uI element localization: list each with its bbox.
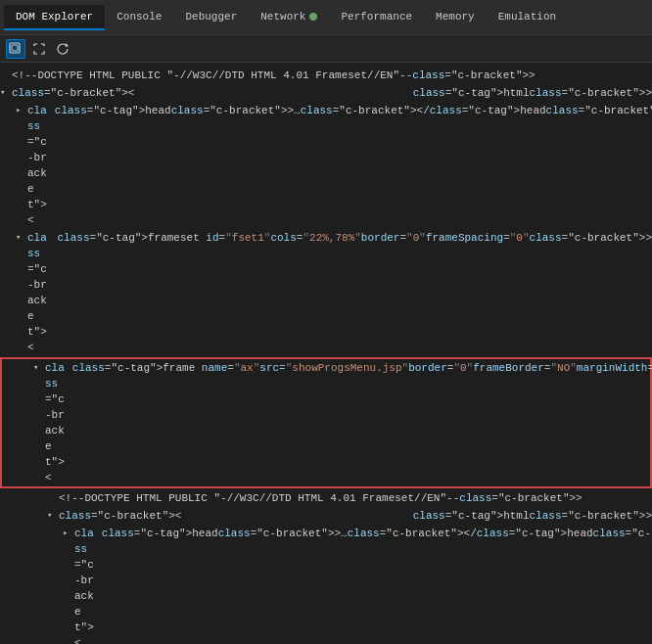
screenshot-button[interactable] <box>29 39 49 59</box>
tab-emulation[interactable]: Emulation <box>487 5 568 30</box>
tree-line[interactable]: <!--DOCTYPE HTML PUBLIC "-//W3C//DTD HTM… <box>0 489 652 507</box>
indent-spacer <box>31 526 47 541</box>
indent-spacer <box>16 490 31 506</box>
line-content: class="c-bracket">< <box>27 103 55 228</box>
tree-triangle-open[interactable] <box>16 230 27 246</box>
network-label: Network <box>260 11 305 23</box>
network-record-dot <box>309 13 317 21</box>
svg-marker-2 <box>66 43 69 47</box>
line-content: class="c-bracket">< <box>59 508 413 524</box>
indent-spacer <box>31 490 47 506</box>
indent-spacer <box>18 360 33 376</box>
tree-no-triangle <box>0 68 12 83</box>
indent-spacer <box>31 508 47 524</box>
screenshot-icon <box>32 42 46 56</box>
tree-line[interactable]: class="c-bracket"><class="c-tag">htmlcla… <box>0 84 652 102</box>
tree-line[interactable]: class="c-bracket"><class="c-tag">headcla… <box>0 525 652 644</box>
tree-line[interactable]: class="c-bracket"><class="c-tag">headcla… <box>0 102 652 229</box>
tree-triangle-open[interactable] <box>47 508 59 524</box>
refresh-dom-button[interactable] <box>53 39 72 59</box>
tab-dom-explorer[interactable]: DOM Explorer <box>4 5 105 30</box>
indent-spacer <box>0 508 16 524</box>
tab-performance[interactable]: Performance <box>329 5 424 30</box>
tree-no-triangle <box>47 490 59 506</box>
tree-triangle-closed[interactable] <box>16 103 27 118</box>
tree-line[interactable]: <!--DOCTYPE HTML PUBLIC "-//W3C//DTD HTM… <box>0 67 652 84</box>
indent-spacer <box>0 230 16 246</box>
tree-line[interactable]: class="c-bracket"><class="c-tag">htmlcla… <box>0 507 652 525</box>
indent-spacer <box>47 526 63 541</box>
line-content: class="c-bracket">< <box>27 230 58 355</box>
tree-triangle-open[interactable] <box>0 85 12 101</box>
dom-tree: <!--DOCTYPE HTML PUBLIC "-//W3C//DTD HTM… <box>0 63 652 644</box>
indent-spacer <box>0 490 16 506</box>
tab-debugger[interactable]: Debugger <box>173 5 249 30</box>
indent-spacer <box>2 360 18 376</box>
tree-triangle-open[interactable] <box>33 360 45 376</box>
indent-spacer <box>16 508 31 524</box>
svg-rect-1 <box>12 45 18 51</box>
tree-line[interactable]: class="c-bracket"><class="c-tag">frame n… <box>0 357 652 488</box>
indent-spacer <box>0 526 16 541</box>
cursor-icon <box>9 42 23 56</box>
line-content: <!--DOCTYPE HTML PUBLIC "-//W3C//DTD HTM… <box>59 490 652 506</box>
tab-network[interactable]: Network <box>249 5 329 30</box>
line-content: <!--DOCTYPE HTML PUBLIC "-//W3C//DTD HTM… <box>12 68 652 83</box>
line-content: class="c-bracket">< <box>12 85 413 101</box>
tree-triangle-closed[interactable] <box>63 526 74 541</box>
line-content: class="c-bracket">< <box>74 526 102 644</box>
select-element-button[interactable] <box>6 39 25 59</box>
tab-memory[interactable]: Memory <box>424 5 487 30</box>
tree-line[interactable]: class="c-bracket"><class="c-tag">framese… <box>0 229 652 356</box>
main-toolbar: MainMenuApp - F12 Developer Tools DOM Ex… <box>0 0 652 35</box>
refresh-icon <box>56 42 70 56</box>
tab-console[interactable]: Console <box>105 5 173 30</box>
line-content: class="c-bracket">< <box>45 360 72 485</box>
secondary-toolbar <box>0 35 652 63</box>
indent-spacer <box>16 526 31 541</box>
indent-spacer <box>0 103 16 118</box>
